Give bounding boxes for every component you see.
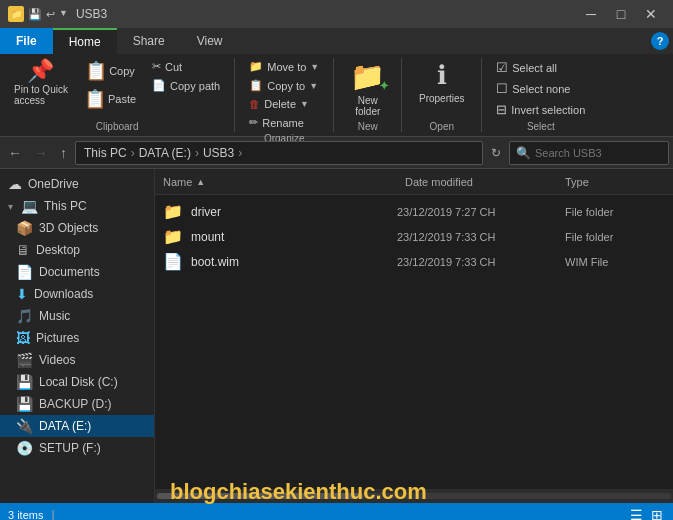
tab-file[interactable]: File [0,28,53,54]
copy-path-button[interactable]: 📄 Copy path [146,77,226,94]
sidebar-label-onedrive: OneDrive [28,177,79,191]
path-sep-1: › [131,146,135,160]
path-usb3[interactable]: USB3 [203,146,234,160]
col-date-header[interactable]: Date modified [405,176,565,188]
copy-to-button[interactable]: 📋 Copy to ▼ [243,77,324,94]
music-icon: 🎵 [16,308,33,324]
sidebar-item-pictures[interactable]: 🖼 Pictures [0,327,154,349]
rename-label: Rename [262,117,304,129]
sidebar-item-3d-objects[interactable]: 📦 3D Objects [0,217,154,239]
sidebar-item-setup-f[interactable]: 💿 SETUP (F:) [0,437,154,459]
sidebar-label-this-pc: This PC [44,199,87,213]
quick-undo-icon[interactable]: ↩ [46,8,55,21]
sidebar-item-data-e[interactable]: 🔌 DATA (E:) [0,415,154,437]
quick-dropdown-icon[interactable]: ▼ [59,8,68,21]
ribbon-group-select: ☑ Select all ☐ Select none ⊟ Invert sele… [482,58,599,132]
path-data-e[interactable]: DATA (E:) [139,146,191,160]
properties-label: Properties [419,93,465,104]
window-icon: 📁 [8,6,24,22]
delete-button[interactable]: 🗑 Delete ▼ [243,96,315,112]
sidebar-label-videos: Videos [39,353,75,367]
file-row-driver[interactable]: 📁 driver 23/12/2019 7:27 CH File folder [155,199,673,224]
paste-label: Paste [108,93,136,105]
col-name-sort-icon: ▲ [196,177,205,187]
sidebar-item-documents[interactable]: 📄 Documents [0,261,154,283]
boot-wim-date: 23/12/2019 7:33 CH [397,256,557,268]
help-icon[interactable]: ? [651,32,669,50]
new-folder-button[interactable]: 📁 ✦ Newfolder [342,58,393,119]
sidebar-item-this-pc[interactable]: ▾ 💻 This PC [0,195,154,217]
status-separator: | [51,508,54,520]
pin-label: Pin to Quickaccess [14,84,68,106]
sidebar-item-videos[interactable]: 🎬 Videos [0,349,154,371]
sidebar-label-local-disk-c: Local Disk (C:) [39,375,118,389]
paste-button[interactable]: 📋 Paste [78,86,142,112]
sidebar-label-backup-d: BACKUP (D:) [39,397,111,411]
move-to-button[interactable]: 📁 Move to ▼ [243,58,325,75]
copy-label: Copy [109,65,135,77]
forward-button[interactable]: → [30,143,52,163]
delete-arrow: ▼ [300,99,309,109]
local-disk-c-icon: 💾 [16,374,33,390]
main-content: ☁ OneDrive ▾ 💻 This PC 📦 3D Objects 🖥 De… [0,169,673,503]
mount-type: File folder [565,231,665,243]
up-button[interactable]: ↑ [56,143,71,163]
delete-label: Delete [264,98,296,110]
file-row-boot-wim[interactable]: 📄 boot.wim 23/12/2019 7:33 CH WIM File [155,249,673,274]
sidebar-item-onedrive[interactable]: ☁ OneDrive [0,173,154,195]
large-icons-button[interactable]: ⊞ [649,505,665,520]
quick-save-icon[interactable]: 💾 [28,8,42,21]
paste-icon: 📋 [84,88,106,110]
tab-home[interactable]: Home [53,28,117,54]
downloads-icon: ⬇ [16,286,28,302]
new-folder-icon-container: 📁 ✦ [350,60,385,93]
details-view-button[interactable]: ☰ [628,505,645,520]
documents-icon: 📄 [16,264,33,280]
pin-quick-access-button[interactable]: 📌 Pin to Quickaccess [8,58,74,108]
properties-button[interactable]: ℹ Properties [411,58,473,106]
search-icon: 🔍 [516,146,531,160]
rename-icon: ✏ [249,116,258,129]
sidebar-item-music[interactable]: 🎵 Music [0,305,154,327]
col-type-header[interactable]: Type [565,176,665,188]
rename-button[interactable]: ✏ Rename [243,114,310,131]
driver-folder-icon: 📁 [163,202,183,221]
col-name-label: Name [163,176,192,188]
search-input[interactable] [535,147,662,159]
sidebar-label-music: Music [39,309,70,323]
minimize-button[interactable]: ─ [577,4,605,24]
select-all-button[interactable]: ☑ Select all [490,58,563,77]
select-none-icon: ☐ [496,81,508,96]
tab-share[interactable]: Share [117,28,181,54]
maximize-button[interactable]: □ [607,4,635,24]
sidebar-label-desktop: Desktop [36,243,80,257]
cut-button[interactable]: ✂ Cut [146,58,226,75]
address-path[interactable]: This PC › DATA (E:) › USB3 › [75,141,483,165]
driver-date: 23/12/2019 7:27 CH [397,206,557,218]
select-none-button[interactable]: ☐ Select none [490,79,576,98]
sidebar-item-desktop[interactable]: 🖥 Desktop [0,239,154,261]
sidebar-item-local-disk-c[interactable]: 💾 Local Disk (C:) [0,371,154,393]
hscroll-thumb[interactable] [157,493,363,499]
sidebar-label-pictures: Pictures [36,331,79,345]
status-bar: 3 items | ☰ ⊞ [0,503,673,520]
data-e-icon: 🔌 [16,418,33,434]
mount-date: 23/12/2019 7:33 CH [397,231,557,243]
col-name-header[interactable]: Name ▲ [163,176,405,188]
tab-view[interactable]: View [181,28,239,54]
file-row-mount[interactable]: 📁 mount 23/12/2019 7:33 CH File folder [155,224,673,249]
search-bar[interactable]: 🔍 [509,141,669,165]
close-button[interactable]: ✕ [637,4,665,24]
copy-button[interactable]: 📋 Copy [78,58,142,84]
ribbon-body: 📌 Pin to Quickaccess 📋 Copy 📋 Paste [0,54,673,136]
back-button[interactable]: ← [4,143,26,163]
mount-name: mount [191,230,389,244]
refresh-button[interactable]: ↻ [487,144,505,162]
path-this-pc[interactable]: This PC [84,146,127,160]
hscroll-track [157,493,671,499]
invert-selection-button[interactable]: ⊟ Invert selection [490,100,591,119]
sidebar-item-backup-d[interactable]: 💾 BACKUP (D:) [0,393,154,415]
path-sep-2: › [195,146,199,160]
sidebar-item-downloads[interactable]: ⬇ Downloads [0,283,154,305]
horizontal-scrollbar[interactable] [155,489,673,503]
